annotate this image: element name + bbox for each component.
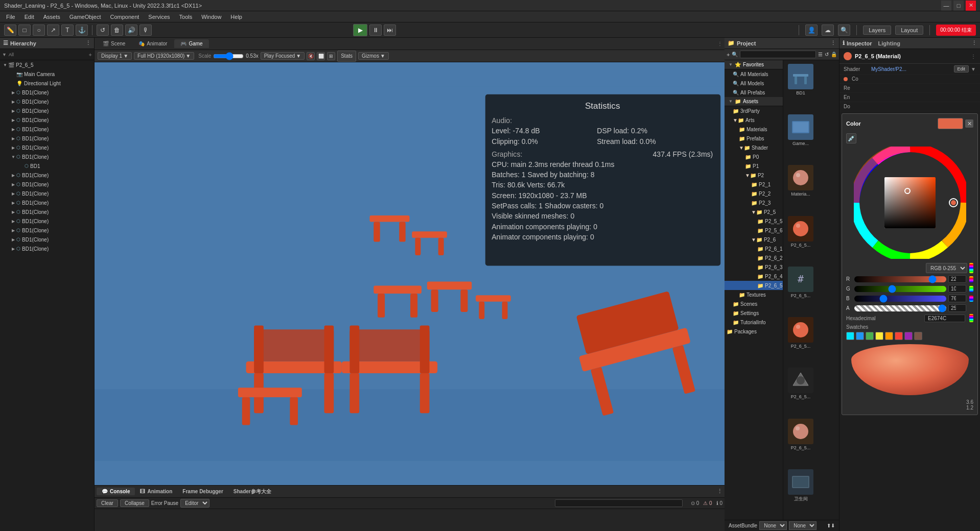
- tree-bd1-13[interactable]: ▶ ⬡ BD1(Clone): [0, 216, 94, 226]
- p2-5-6-item[interactable]: 📁 P2_5_6: [725, 226, 783, 235]
- project-search-input[interactable]: [740, 51, 816, 58]
- minimize-button[interactable]: —: [941, 1, 951, 11]
- console-search-input[interactable]: [555, 499, 683, 507]
- display-dropdown[interactable]: Display 1 ▼: [98, 52, 132, 60]
- view-menu[interactable]: ⋮: [717, 41, 722, 46]
- p2-5-5-item[interactable]: 📁 P2_5_5: [725, 216, 783, 226]
- hex-input[interactable]: [924, 315, 965, 322]
- animator-tab[interactable]: 🎭 Animator: [132, 39, 173, 48]
- shader-edit-button[interactable]: Edit: [954, 65, 969, 73]
- color-wheel-container[interactable]: [854, 147, 966, 259]
- all-models-item[interactable]: 🔍 All Models: [725, 79, 783, 88]
- swatch-orange[interactable]: [885, 332, 893, 340]
- tree-bd1-3[interactable]: ▶ ⬡ BD1(Clone): [0, 106, 94, 115]
- color-picker-close-button[interactable]: ✕: [965, 119, 973, 128]
- asset-unity[interactable]: P2_6_5...: [785, 366, 816, 415]
- tree-bd1-14[interactable]: ▶ ⬡ BD1(Clone): [0, 226, 94, 235]
- textures-item[interactable]: 📁 Textures: [725, 290, 783, 299]
- grid-button[interactable]: ⊞: [327, 52, 335, 60]
- p1-item[interactable]: 📁 P1: [725, 161, 783, 171]
- lighting-tab[interactable]: Lighting: [878, 40, 900, 46]
- shader-ref-tab[interactable]: Shader参考大全: [228, 487, 276, 496]
- swatch-cyan[interactable]: [846, 332, 854, 340]
- material-menu-btn[interactable]: ⋮: [971, 54, 976, 59]
- asset-game[interactable]: Game...: [785, 113, 816, 161]
- tree-bd1-6[interactable]: ▶ ⬡ BD1(Clone): [0, 134, 94, 143]
- rgb-mode-select[interactable]: RGB 0-255: [926, 263, 967, 273]
- menu-file[interactable]: File: [2, 13, 19, 21]
- stats-button[interactable]: Stats: [337, 51, 356, 62]
- favorites-header[interactable]: ▼ ⭐ Favorites: [725, 60, 783, 69]
- swatch-blue[interactable]: [856, 332, 864, 340]
- tree-bd1-10[interactable]: ▶ ⬡ BD1(Clone): [0, 189, 94, 198]
- console-tab[interactable]: 💬 Console: [97, 488, 135, 495]
- asset-material[interactable]: Materia...: [785, 163, 816, 212]
- tool-move[interactable]: ✏️: [4, 25, 16, 36]
- asset-p265-2[interactable]: P2_6_5...: [785, 316, 816, 364]
- menu-edit[interactable]: Edit: [20, 13, 38, 21]
- project-add[interactable]: +: [727, 52, 730, 58]
- swatch-red[interactable]: [895, 332, 903, 340]
- scene-tab[interactable]: 🎬 Scene: [97, 39, 131, 48]
- menu-help[interactable]: Help: [226, 13, 246, 21]
- tool-volume[interactable]: 🔊: [125, 25, 137, 36]
- p2-6-2-item[interactable]: 📁 P2_6_2: [725, 253, 783, 262]
- p2-item[interactable]: ▼📁 P2: [725, 171, 783, 180]
- game-viewport[interactable]: Statistics Audio: Level: -74.8 dB DSP lo…: [95, 62, 725, 485]
- menu-tools[interactable]: Tools: [175, 13, 197, 21]
- shader-value[interactable]: MyShader/P2...: [871, 66, 952, 72]
- asset-p265-1[interactable]: P2_6_5...: [785, 214, 816, 263]
- p2-6-5-item[interactable]: 📁 P2_6_5: [725, 281, 783, 290]
- r-value[interactable]: [948, 275, 966, 283]
- tree-bd1-5[interactable]: ▶ ⬡ BD1(Clone): [0, 125, 94, 134]
- step-button[interactable]: ⏭: [384, 25, 396, 36]
- tree-bd1-11[interactable]: ▶ ⬡ BD1(Clone): [0, 198, 94, 207]
- asset-bd1[interactable]: BD1: [785, 62, 816, 111]
- menu-assets[interactable]: Assets: [39, 13, 64, 21]
- menu-gameobject[interactable]: GameObject: [65, 13, 105, 21]
- p2-1-item[interactable]: 📁 P2_1: [725, 180, 783, 189]
- tool-line[interactable]: ↗: [47, 25, 59, 36]
- settings-item[interactable]: 📁 Settings: [725, 308, 783, 318]
- thirdparty-item[interactable]: 📁 3rdParty: [725, 106, 783, 115]
- b-value[interactable]: [948, 295, 966, 302]
- materials-item[interactable]: 📁 Materials: [725, 125, 783, 134]
- p2-6-3-item[interactable]: 📁 P2_6_3: [725, 262, 783, 272]
- shader-more[interactable]: ▼: [971, 66, 976, 72]
- inspector-menu[interactable]: ⋮: [971, 40, 977, 46]
- scenes-item[interactable]: 📁 Scenes: [725, 299, 783, 308]
- tool-redo[interactable]: 🗑: [111, 25, 123, 36]
- eyedropper-button[interactable]: 💉: [846, 133, 856, 143]
- mute-button[interactable]: 🔇: [307, 52, 315, 60]
- p2-3-item[interactable]: 📁 P2_3: [725, 198, 783, 207]
- editor-dropdown[interactable]: Editor: [180, 499, 209, 508]
- tree-bd1-1[interactable]: ▶ ⬡ BD1(Clone): [0, 88, 94, 97]
- tree-bd1-8[interactable]: ▶ ⬡ BD1(Clone): [0, 171, 94, 180]
- arts-item[interactable]: ▼📁 Arts: [725, 115, 783, 125]
- color-wheel-svg[interactable]: [854, 147, 966, 259]
- swatch-brown[interactable]: [914, 332, 922, 340]
- tree-bd1-exp[interactable]: ▼ ⬡ BD1(Clone): [0, 152, 94, 161]
- tree-root[interactable]: ▼ 🎬 P2_6_5: [0, 60, 94, 69]
- maximize-button[interactable]: □: [953, 1, 964, 11]
- assets-header[interactable]: ▼ 📁 Assets: [725, 97, 783, 106]
- asset-bundle-variant[interactable]: None: [789, 521, 816, 530]
- hierarchy-add[interactable]: +: [89, 52, 92, 58]
- layers-button[interactable]: Layers: [863, 26, 891, 35]
- p2-5-item[interactable]: ▼📁 P2_5: [725, 207, 783, 216]
- close-button[interactable]: ✕: [966, 1, 976, 11]
- packages-item[interactable]: 📁 Packages: [725, 327, 783, 336]
- project-lock[interactable]: 🔒: [831, 52, 837, 57]
- tree-bd1-4[interactable]: ▶ ⬡ BD1(Clone): [0, 115, 94, 125]
- g-slider[interactable]: [854, 286, 946, 292]
- frame-debugger-tab[interactable]: Frame Debugger: [177, 488, 228, 495]
- tree-bd1-child[interactable]: ⬡ BD1: [0, 161, 94, 171]
- p0-item[interactable]: 📁 P0: [725, 152, 783, 161]
- hue-strip[interactable]: [969, 263, 973, 273]
- tool-undo[interactable]: ↺: [97, 25, 109, 36]
- tool-rect[interactable]: □: [18, 25, 31, 36]
- menu-services[interactable]: Services: [144, 13, 174, 21]
- tree-bd1-2[interactable]: ▶ ⬡ BD1(Clone): [0, 97, 94, 106]
- tree-camera[interactable]: 📷 Main Camera: [0, 69, 94, 79]
- tree-bd1-9[interactable]: ▶ ⬡ BD1(Clone): [0, 180, 94, 189]
